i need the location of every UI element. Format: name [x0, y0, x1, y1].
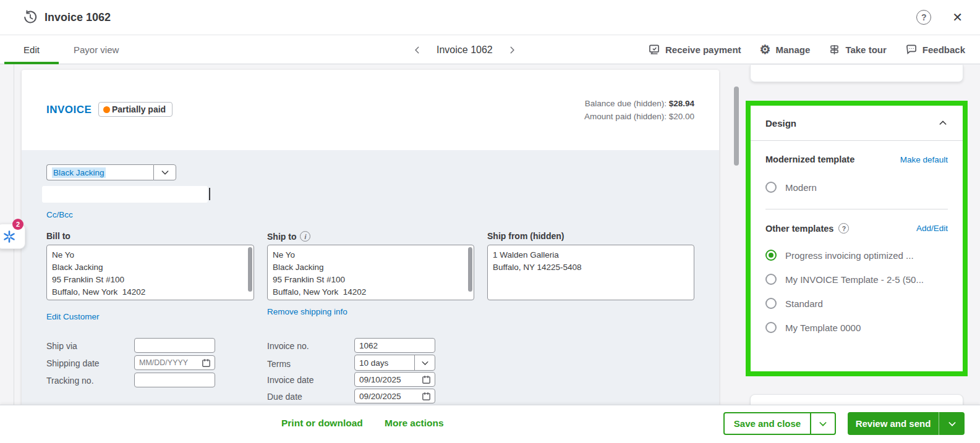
ship-from-field-wrap: 1 Walden Galleria Buffalo, NY 14225-5408	[487, 245, 694, 300]
review-options-chevron-down-icon[interactable]	[939, 412, 965, 435]
cc-bcc-link[interactable]: Cc/Bcc	[46, 210, 73, 219]
calendar-icon[interactable]	[421, 391, 435, 402]
help-circle-icon[interactable]: ?	[838, 223, 849, 234]
radio-icon[interactable]	[765, 298, 777, 309]
add-edit-link[interactable]: Add/Edit	[916, 224, 948, 233]
main-scrollbar[interactable]	[734, 86, 739, 166]
radio-template-my-invoice[interactable]: My INVOICE Template - 2-5 (50...	[765, 274, 948, 285]
receive-payment-label: Receive payment	[665, 44, 741, 55]
ship-from-textarea[interactable]: 1 Walden Galleria Buffalo, NY 14225-5408	[487, 245, 694, 300]
tracking-no-label: Tracking no.	[46, 376, 94, 386]
save-and-close-button[interactable]: Save and close	[725, 413, 810, 434]
tab-payor-view[interactable]: Payor view	[71, 35, 121, 64]
terms-label: Terms	[267, 359, 291, 369]
text-caret	[209, 188, 210, 200]
customer-select[interactable]: Black Jacking	[46, 164, 176, 180]
feedback-icon	[905, 43, 918, 56]
review-and-send-button[interactable]: Review and send	[848, 412, 939, 435]
design-title: Design	[765, 118, 796, 129]
main-area: INVOICE Partially paid Balance due (hidd…	[0, 64, 980, 405]
save-and-close-button-group: Save and close	[723, 412, 836, 435]
design-panel-highlight: Design Modernized template Make default …	[746, 101, 968, 376]
invoice-no-input[interactable]	[354, 338, 435, 353]
document-navigator: Invoice 1062	[413, 35, 516, 64]
info-icon[interactable]: i	[300, 231, 310, 242]
invoice-date-input[interactable]: 09/10/2025	[354, 372, 435, 387]
assistant-button[interactable]: 2	[0, 224, 25, 249]
manage-button[interactable]: ⚙ Manage	[760, 43, 811, 56]
doc-nav-label: Invoice 1062	[437, 44, 493, 56]
radio-template-progress-invoicing[interactable]: Progress invoicing optimized ...	[765, 250, 948, 261]
save-options-chevron-down-icon[interactable]	[810, 413, 835, 434]
radio-checked-icon[interactable]	[765, 250, 777, 261]
radio-template-my-template-0000[interactable]: My Template 0000	[765, 322, 948, 333]
terms-value: 10 days	[355, 358, 414, 368]
chevron-right-icon[interactable]	[508, 46, 516, 54]
help-icon[interactable]: ?	[916, 10, 931, 25]
shipping-date-input[interactable]: MM/DD/YYYY	[134, 355, 215, 370]
gear-icon: ⚙	[760, 43, 771, 56]
customer-value: Black Jacking	[52, 167, 106, 178]
invoice-heading: INVOICE	[46, 104, 92, 116]
feedback-button[interactable]: Feedback	[905, 43, 965, 56]
notification-badge: 2	[12, 219, 23, 230]
calendar-icon[interactable]	[421, 374, 435, 385]
ship-to-label: Ship to i	[267, 231, 310, 242]
design-panel-header[interactable]: Design	[751, 106, 963, 141]
other-templates-section: Other templates ? Add/Edit Progress invo…	[751, 209, 963, 333]
ship-to-field-wrap: Ne Yo Black Jacking 95 Franklin St #100 …	[267, 245, 474, 300]
ship-via-label: Ship via	[46, 341, 77, 351]
window-header: Invoice 1062 ? ✕	[0, 0, 980, 35]
bill-to-scrollbar[interactable]	[248, 247, 252, 292]
tracking-no-input[interactable]	[134, 373, 215, 387]
shipping-date-placeholder: MM/DD/YYYY	[135, 358, 201, 367]
status-dot-icon	[103, 106, 110, 113]
take-tour-icon	[829, 44, 840, 56]
receive-payment-button[interactable]: Receive payment	[648, 43, 741, 56]
manage-label: Manage	[776, 44, 811, 55]
invoice-date-value: 09/10/2025	[355, 375, 421, 384]
modernized-template-section: Modernized template Make default Modern	[751, 141, 963, 193]
calendar-icon[interactable]	[201, 358, 215, 368]
ship-via-input[interactable]	[134, 338, 215, 353]
chevron-left-icon[interactable]	[413, 46, 422, 54]
radio-icon[interactable]	[765, 182, 777, 193]
due-date-label: Due date	[267, 392, 302, 402]
bill-to-textarea[interactable]: Ne Yo Black Jacking 95 Franklin St #100 …	[46, 245, 254, 300]
ship-to-scrollbar[interactable]	[468, 247, 472, 292]
print-or-download-link[interactable]: Print or download	[281, 418, 363, 429]
remove-shipping-link[interactable]: Remove shipping info	[267, 307, 347, 316]
make-default-link[interactable]: Make default	[900, 155, 948, 164]
page-title: Invoice 1062	[45, 11, 111, 24]
customer-email-input[interactable]	[42, 186, 208, 203]
chevron-down-icon[interactable]	[153, 164, 176, 180]
ship-to-textarea[interactable]: Ne Yo Black Jacking 95 Franklin St #100 …	[267, 245, 474, 300]
amount-paid-line: Amount paid (hidden): $20.00	[584, 110, 694, 123]
feedback-label: Feedback	[922, 44, 965, 55]
spark-icon	[2, 229, 17, 244]
terms-select[interactable]: 10 days	[354, 355, 435, 371]
take-tour-button[interactable]: Take tour	[829, 44, 886, 56]
history-icon[interactable]	[22, 9, 38, 25]
chevron-down-icon[interactable]	[414, 355, 435, 370]
radio-icon[interactable]	[765, 322, 777, 333]
tab-edit[interactable]: Edit	[4, 35, 59, 64]
take-tour-label: Take tour	[845, 44, 886, 55]
bill-to-label: Bill to	[46, 231, 70, 241]
shipping-date-label: Shipping date	[46, 358, 100, 368]
edit-customer-link[interactable]: Edit Customer	[46, 312, 100, 321]
radio-template-standard[interactable]: Standard	[765, 298, 948, 309]
due-date-input[interactable]: 09/20/2025	[354, 389, 435, 403]
modernized-template-title: Modernized template	[765, 154, 854, 164]
invoice-date-label: Invoice date	[267, 375, 314, 385]
radio-icon[interactable]	[765, 274, 777, 285]
more-actions-link[interactable]: More actions	[385, 418, 444, 429]
radio-modern[interactable]: Modern	[765, 182, 948, 193]
close-icon[interactable]: ✕	[952, 11, 963, 23]
invoice-no-label: Invoice no.	[267, 341, 309, 351]
invoice-totals: Balance due (hidden): $28.94 Amount paid…	[584, 97, 694, 123]
other-templates-title: Other templates ?	[765, 223, 849, 234]
chevron-up-icon[interactable]	[938, 118, 948, 128]
receive-payment-icon	[648, 43, 660, 56]
review-and-send-button-group: Review and send	[848, 412, 965, 435]
